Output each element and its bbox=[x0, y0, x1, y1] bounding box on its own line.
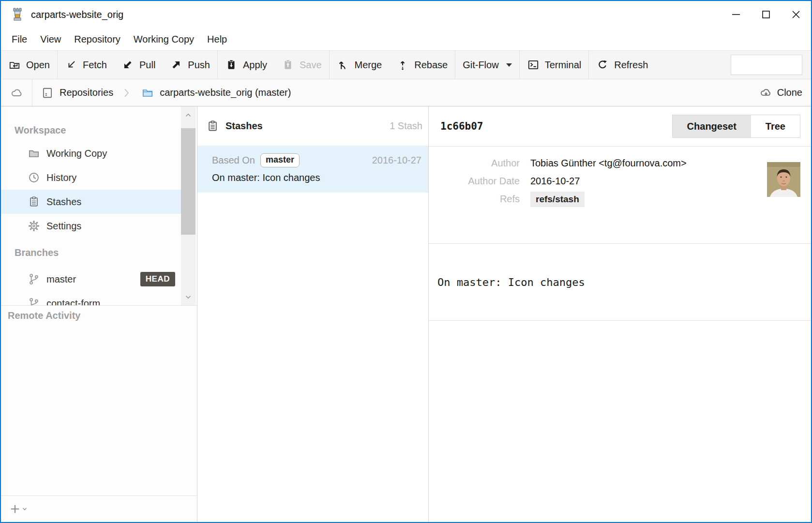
refresh-icon bbox=[596, 59, 609, 71]
tab-tree[interactable]: Tree bbox=[751, 115, 800, 137]
scrollbar-track[interactable] bbox=[181, 123, 195, 288]
blue-folder-icon bbox=[141, 87, 154, 99]
stash-list-title: Stashes bbox=[226, 120, 263, 132]
breadcrumb-repositories[interactable]: Repositories bbox=[32, 87, 120, 99]
sidebar-scroll-area: Workspace Working Copy History bbox=[1, 106, 197, 306]
clone-button[interactable]: Clone bbox=[760, 87, 811, 99]
chevron-down-icon bbox=[506, 63, 512, 67]
refs-badge: refs/stash bbox=[530, 192, 585, 207]
sidebar-branch-master[interactable]: master HEAD bbox=[1, 267, 181, 291]
title-bar: carparts-website_orig bbox=[1, 1, 811, 28]
stash-list-item[interactable]: Based On master 2016-10-27 On master: Ic… bbox=[197, 146, 428, 193]
gitflow-button[interactable]: Git-Flow bbox=[455, 51, 519, 79]
app-logo-icon bbox=[11, 7, 24, 22]
remote-activity-section-header: Remote Activity bbox=[1, 306, 197, 325]
open-button[interactable]: Open bbox=[1, 51, 57, 79]
sidebar-empty-space bbox=[1, 325, 197, 495]
folder-icon bbox=[28, 147, 40, 160]
commit-hash: 1c66b07 bbox=[440, 120, 483, 132]
commit-meta-section: Author Tobias Günther <tg@fournova.com> … bbox=[429, 147, 811, 243]
sidebar-item-working-copy[interactable]: Working Copy bbox=[1, 141, 181, 165]
apply-button[interactable]: Apply bbox=[218, 51, 274, 79]
menu-file[interactable]: File bbox=[12, 34, 27, 45]
merge-button[interactable]: Merge bbox=[330, 51, 390, 79]
menu-help[interactable]: Help bbox=[207, 34, 227, 45]
pull-arrow-icon bbox=[121, 59, 134, 71]
refs-row: Refs refs/stash bbox=[429, 190, 811, 208]
window-title: carparts-website_orig bbox=[31, 9, 123, 20]
stash-date: 2016-10-27 bbox=[372, 155, 421, 166]
stash-branch-chip: master bbox=[260, 153, 300, 167]
scroll-up-icon[interactable] bbox=[181, 106, 195, 123]
toolbar-search-input[interactable] bbox=[731, 55, 802, 75]
detail-header: 1c66b07 Changeset Tree bbox=[429, 106, 811, 147]
avatar bbox=[767, 162, 800, 197]
scrollbar-thumb[interactable] bbox=[181, 128, 195, 235]
branch-icon bbox=[28, 297, 40, 305]
window-controls bbox=[721, 1, 811, 28]
chevron-right-icon bbox=[120, 87, 133, 99]
detail-panel: 1c66b07 Changeset Tree Author Tobias Gün… bbox=[429, 106, 811, 522]
breadcrumb-bar: Repositories carparts-website_orig (mast… bbox=[1, 79, 811, 106]
sidebar-scrollbar[interactable] bbox=[181, 106, 195, 305]
sidebar-footer bbox=[1, 495, 197, 522]
rebase-button[interactable]: Rebase bbox=[389, 51, 455, 79]
head-badge: HEAD bbox=[140, 272, 175, 286]
author-label: Author bbox=[429, 158, 520, 169]
menu-view[interactable]: View bbox=[40, 34, 61, 45]
push-arrow-icon bbox=[170, 59, 182, 71]
main-area: Workspace Working Copy History bbox=[1, 106, 811, 522]
author-value: Tobias Günther <tg@fournova.com> bbox=[530, 158, 687, 169]
author-row: Author Tobias Günther <tg@fournova.com> bbox=[429, 154, 811, 172]
workspace-section-header: Workspace bbox=[1, 119, 181, 141]
save-clipboard-icon bbox=[282, 59, 294, 71]
fetch-arrow-icon bbox=[65, 59, 77, 71]
stash-count: 1 Stash bbox=[390, 120, 422, 132]
cloud-services-button[interactable] bbox=[1, 87, 32, 99]
merge-icon bbox=[337, 59, 349, 71]
plus-icon bbox=[9, 503, 21, 515]
menu-bar: File View Repository Working Copy Help bbox=[1, 28, 811, 50]
rebase-icon bbox=[396, 59, 409, 71]
close-button[interactable] bbox=[781, 1, 811, 28]
author-date-label: Author Date bbox=[429, 176, 520, 187]
clock-icon bbox=[28, 171, 40, 184]
refresh-button[interactable]: Refresh bbox=[589, 51, 655, 79]
app-window: carparts-website_orig File View Reposito… bbox=[0, 0, 812, 523]
sidebar-branch-contact-form[interactable]: contact-form bbox=[1, 291, 181, 305]
branch-icon bbox=[28, 273, 40, 285]
commit-message: On master: Icon changes bbox=[429, 243, 811, 321]
pull-button[interactable]: Pull bbox=[114, 51, 163, 79]
minimize-button[interactable] bbox=[721, 1, 751, 28]
clipboard-icon bbox=[206, 120, 219, 133]
apply-clipboard-icon bbox=[225, 59, 238, 71]
maximize-button[interactable] bbox=[751, 1, 781, 28]
stash-list-header: Stashes 1 Stash bbox=[197, 106, 428, 146]
sidebar-item-history[interactable]: History bbox=[1, 165, 181, 190]
menu-working-copy[interactable]: Working Copy bbox=[134, 34, 194, 45]
push-button[interactable]: Push bbox=[163, 51, 217, 79]
sidebar-items: Workspace Working Copy History bbox=[1, 106, 181, 305]
sidebar-item-settings[interactable]: Settings bbox=[1, 214, 181, 238]
clone-cloud-icon bbox=[760, 87, 772, 99]
refs-label: Refs bbox=[429, 194, 520, 205]
fetch-button[interactable]: Fetch bbox=[58, 51, 114, 79]
save-button[interactable]: Save bbox=[274, 51, 329, 79]
terminal-button[interactable]: Terminal bbox=[520, 51, 589, 79]
breadcrumb-current-repo[interactable]: carparts-website_orig (master) bbox=[133, 87, 298, 99]
clipboard-icon bbox=[28, 195, 40, 208]
add-repository-button[interactable] bbox=[9, 503, 28, 515]
view-switcher: Changeset Tree bbox=[672, 115, 800, 138]
chevron-down-icon bbox=[21, 506, 28, 512]
repo-drive-icon bbox=[41, 87, 54, 99]
open-folder-icon bbox=[8, 59, 21, 71]
cloud-icon bbox=[11, 87, 23, 99]
tab-changeset[interactable]: Changeset bbox=[673, 115, 751, 137]
branches-section-header: Branches bbox=[1, 238, 181, 267]
gear-icon bbox=[28, 220, 40, 232]
sidebar-item-stashes[interactable]: Stashes bbox=[1, 190, 181, 214]
terminal-icon bbox=[527, 59, 540, 71]
menu-repository[interactable]: Repository bbox=[74, 34, 120, 45]
stash-list-panel: Stashes 1 Stash Based On master 2016-10-… bbox=[197, 106, 429, 522]
scroll-down-icon[interactable] bbox=[181, 288, 195, 305]
